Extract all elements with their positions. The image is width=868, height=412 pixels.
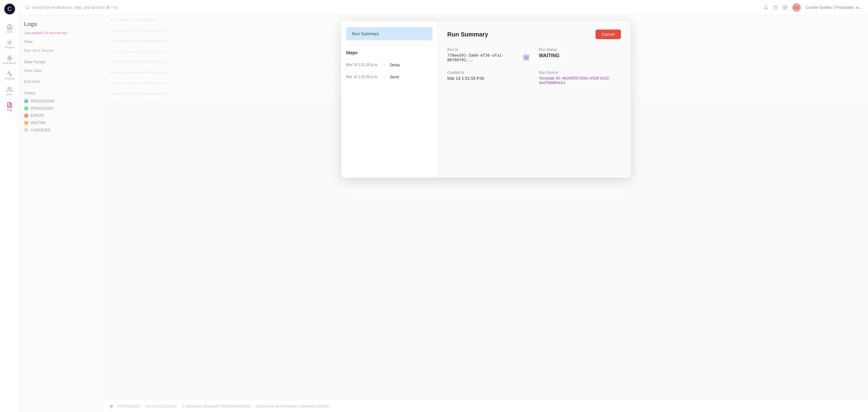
topbar: Search for notifications, help, and acti… bbox=[19, 0, 868, 15]
app-logo[interactable]: C bbox=[4, 4, 15, 14]
center-area: 02c-4528-8152-3ed7b8665e14 oke/1-63ebd9d… bbox=[104, 15, 868, 412]
modal-summary-panel: Run Summary Cancel Run Id 778ee591-3a60-… bbox=[438, 21, 630, 178]
last-updated: Last updated 10 seconds ago bbox=[24, 31, 98, 35]
svg-point-2 bbox=[8, 87, 10, 89]
status-section: Status PROCESSING PROCESSED ! ERROR WAIT… bbox=[24, 91, 98, 134]
settings-icon[interactable] bbox=[783, 5, 787, 10]
cancel-button[interactable]: Cancel bbox=[595, 30, 621, 39]
run-summary-tab[interactable]: Run Summary bbox=[346, 27, 433, 40]
topbar-right: CG Courier Guides / Production, w... bbox=[764, 3, 862, 12]
summary-header: Run Summary Cancel bbox=[447, 30, 621, 39]
sidebar-item-designer[interactable]: Designer bbox=[2, 37, 17, 51]
status-item-processed[interactable]: PROCESSED bbox=[24, 105, 98, 112]
error-label: ERROR bbox=[31, 113, 44, 118]
run-id-input[interactable] bbox=[24, 46, 98, 55]
modal-steps-panel: Run Summary Steps Mar 14 1:51:55 p.m. → … bbox=[341, 21, 438, 178]
run-status-text: WAITING bbox=[539, 53, 559, 59]
run-id-label: Run Id bbox=[447, 47, 529, 52]
end-date-input[interactable] bbox=[24, 77, 98, 86]
help-icon[interactable] bbox=[773, 5, 778, 10]
sidebar-users-label: Users bbox=[6, 93, 13, 96]
created-at-label: Created At bbox=[447, 70, 529, 75]
run-source-link[interactable]: Template ID: 4626955f-D02c-4528-8152-3ed… bbox=[539, 76, 621, 85]
sidebar-automations-label: Automations bbox=[3, 62, 16, 64]
bell-icon[interactable] bbox=[764, 5, 768, 10]
filter-section: Filter bbox=[24, 39, 98, 55]
error-dot: ! bbox=[24, 113, 28, 118]
status-title: Status bbox=[24, 91, 98, 95]
run-status-field: Run Status WAITING bbox=[539, 47, 621, 62]
canceled-label: CANCELED bbox=[31, 128, 50, 132]
run-source-field: Run Source Template ID: 4626955f-D02c-45… bbox=[539, 70, 621, 85]
content-area: Logs Last updated 10 seconds ago Filter … bbox=[19, 15, 868, 412]
processing-dot bbox=[24, 99, 28, 103]
sidebar-item-automations[interactable]: Automations bbox=[2, 53, 17, 67]
processed-dot bbox=[24, 106, 28, 110]
svg-point-5 bbox=[26, 6, 29, 8]
sidebar-item-home[interactable]: Home bbox=[2, 21, 17, 36]
step-arrow-icon: → bbox=[382, 62, 386, 67]
processing-label: PROCESSING bbox=[31, 99, 55, 103]
step-item-send[interactable]: Mar 14 1:51:55 p.m. → Send bbox=[341, 71, 437, 83]
filter-title: Filter bbox=[24, 39, 98, 44]
left-panel: Logs Last updated 10 seconds ago Filter … bbox=[19, 15, 104, 412]
status-item-waiting[interactable]: WAITING bbox=[24, 119, 98, 127]
modal-overlay: Run Summary Steps Mar 14 1:51:55 p.m. → … bbox=[104, 15, 868, 412]
processed-label: PROCESSED bbox=[31, 106, 53, 110]
canceled-dot bbox=[24, 128, 28, 132]
created-at-value: Mar 14 1:51:55 P.M. bbox=[447, 76, 529, 81]
run-source-value: Template ID: 4626955f-D02c-4528-8152-3ed… bbox=[539, 76, 621, 85]
sidebar-home-label: Home bbox=[6, 30, 13, 33]
search-bar[interactable]: Search for notifications, help, and acti… bbox=[25, 5, 118, 10]
svg-line-6 bbox=[28, 8, 29, 9]
run-summary-modal: Run Summary Steps Mar 14 1:51:55 p.m. → … bbox=[341, 21, 630, 178]
breadcrumb: Courier Guides / Production, w... bbox=[806, 5, 862, 10]
sidebar-item-channels[interactable]: Channels bbox=[2, 68, 17, 82]
sidebar-item-users[interactable]: Users bbox=[2, 84, 17, 98]
run-status-value: WAITING bbox=[539, 53, 621, 59]
sidebar-channels-label: Channels bbox=[4, 77, 15, 80]
copy-icon[interactable] bbox=[523, 55, 529, 61]
start-date-input[interactable] bbox=[24, 67, 98, 75]
status-item-canceled[interactable]: CANCELED bbox=[24, 127, 98, 134]
status-item-processing[interactable]: PROCESSING bbox=[24, 98, 98, 105]
svg-rect-10 bbox=[526, 57, 527, 59]
main-content: Search for notifications, help, and acti… bbox=[19, 0, 868, 412]
step-send-name: Send bbox=[390, 75, 399, 79]
step-send-time: Mar 14 1:51:55 p.m. bbox=[346, 75, 378, 79]
steps-divider bbox=[346, 45, 433, 45]
step-delay-name: Delay bbox=[390, 63, 400, 67]
date-range-section: Date Range bbox=[24, 60, 98, 86]
sidebar-item-logs[interactable]: Logs bbox=[2, 99, 17, 114]
step-item-delay[interactable]: Mar 14 1:51:55 p.m. → Delay bbox=[341, 59, 437, 71]
summary-title: Run Summary bbox=[447, 31, 488, 38]
logs-title: Logs bbox=[24, 21, 98, 27]
created-at-field: Created At Mar 14 1:51:55 P.M. bbox=[447, 70, 529, 85]
steps-title: Steps bbox=[341, 50, 437, 59]
run-id-text: 778ee591-3a60-4f36-afa1-80768f02... bbox=[447, 53, 521, 62]
step-delay-time: Mar 14 1:51:55 p.m. bbox=[346, 63, 378, 67]
date-range-title: Date Range bbox=[24, 60, 98, 64]
summary-grid: Run Id 778ee591-3a60-4f36-afa1-80768f02.… bbox=[447, 47, 621, 85]
run-id-value: 778ee591-3a60-4f36-afa1-80768f02... bbox=[447, 53, 529, 62]
run-source-label: Run Source bbox=[539, 70, 621, 75]
step-arrow-icon-2: → bbox=[382, 74, 386, 79]
sidebar-designer-label: Designer bbox=[4, 46, 14, 49]
sidebar-logs-label: Logs bbox=[7, 109, 12, 111]
sidebar: C Home Designer Automations Channels bbox=[0, 0, 19, 412]
search-icon bbox=[25, 5, 30, 10]
search-placeholder: Search for notifications, help, and acti… bbox=[32, 5, 118, 10]
svg-point-9 bbox=[784, 7, 786, 8]
created-at-text: Mar 14 1:51:55 P.M. bbox=[447, 76, 485, 81]
svg-point-0 bbox=[9, 41, 10, 43]
run-id-field: Run Id 778ee591-3a60-4f36-afa1-80768f02.… bbox=[447, 47, 529, 62]
user-avatar[interactable]: CG bbox=[792, 3, 801, 12]
waiting-label: WAITING bbox=[31, 121, 46, 125]
status-item-error[interactable]: ! ERROR bbox=[24, 112, 98, 119]
waiting-dot bbox=[24, 121, 28, 125]
run-status-label: Run Status bbox=[539, 47, 621, 52]
svg-marker-1 bbox=[7, 56, 12, 61]
